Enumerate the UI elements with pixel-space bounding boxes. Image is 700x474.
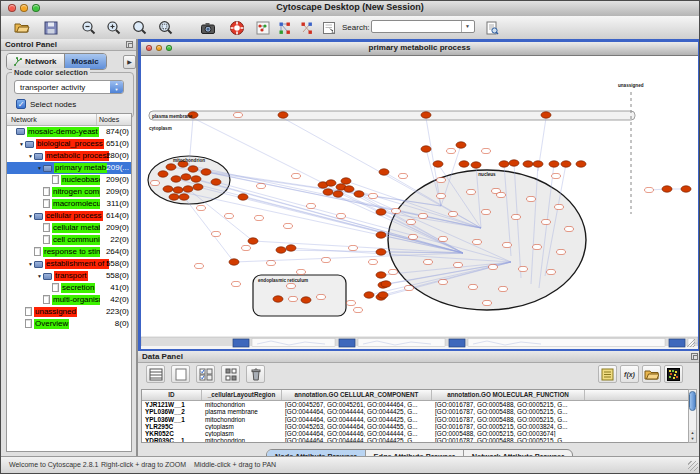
save-icon[interactable] <box>42 19 59 36</box>
attribute-list-icon[interactable] <box>598 365 617 383</box>
tab-overflow-button[interactable]: ▶ <box>123 55 136 69</box>
network-tree-row[interactable]: cell communicat22(0) <box>7 234 131 246</box>
network-node[interactable] <box>381 281 391 287</box>
strip-selected-block[interactable] <box>339 339 355 347</box>
float-panel-icon[interactable] <box>126 41 133 48</box>
network-node-small[interactable] <box>225 213 234 218</box>
network-node[interactable] <box>499 161 509 167</box>
network-node-small[interactable] <box>347 300 356 305</box>
network-tree-row[interactable]: ▼metabolic process280(0) <box>7 150 131 162</box>
table-row[interactable]: YKR052Ccytoplasm[GO:0044464, GO:0044446,… <box>142 430 691 437</box>
import-network-icon[interactable] <box>254 19 271 36</box>
network-node[interactable] <box>523 161 533 167</box>
network-node[interactable] <box>158 171 168 177</box>
network-tree-row[interactable]: response to stimulu264(0) <box>7 246 131 258</box>
network-node[interactable] <box>179 194 189 200</box>
network-node-small[interactable] <box>499 286 508 291</box>
network-node[interactable] <box>662 186 672 192</box>
select-nodes-checkbox[interactable]: ✓ <box>16 99 26 109</box>
delete-attribute-icon[interactable] <box>246 365 265 383</box>
window-titlebar[interactable]: Cytoscape Desktop (New Session) <box>1 1 699 17</box>
network-node-small[interactable] <box>542 219 551 224</box>
network-node-small[interactable] <box>555 204 564 209</box>
search-dropdown-icon[interactable]: ▼ <box>461 21 473 32</box>
network-node-small[interactable] <box>527 196 536 201</box>
network-tree-row[interactable]: cellular metabo209(0) <box>7 222 131 234</box>
strip-selected-block[interactable] <box>233 339 249 347</box>
strip-selected-block[interactable] <box>669 339 685 347</box>
network-view-frame[interactable]: primary metabolic process plasma membran… <box>138 39 700 351</box>
disclosure-triangle-icon[interactable]: ▼ <box>18 138 25 150</box>
disclosure-triangle-icon[interactable]: ▼ <box>27 258 34 270</box>
snapshot-icon[interactable] <box>199 19 216 36</box>
network-node-small[interactable] <box>242 245 251 250</box>
network-node-small[interactable] <box>447 148 456 153</box>
network-node[interactable] <box>323 189 333 195</box>
network-node-small[interactable] <box>322 257 331 262</box>
network-node[interactable] <box>163 186 173 192</box>
scrollbar-thumb[interactable] <box>689 391 696 411</box>
network-node[interactable] <box>326 180 336 186</box>
network-node-small[interactable] <box>407 219 416 224</box>
heatmap-icon[interactable] <box>664 365 683 383</box>
network-node[interactable] <box>188 166 198 172</box>
network-node[interactable] <box>278 112 288 118</box>
network-node-small[interactable] <box>467 189 476 194</box>
network-node-small[interactable] <box>389 269 398 274</box>
network-node[interactable] <box>276 247 286 253</box>
network-tree-row[interactable]: ▼transport558(0) <box>7 270 131 282</box>
network-node[interactable] <box>273 296 283 302</box>
network-node-small[interactable] <box>473 239 482 244</box>
network-node-small[interactable] <box>533 244 542 249</box>
network-node-small[interactable] <box>483 300 492 305</box>
network-node-small[interactable] <box>317 294 326 299</box>
network-node[interactable] <box>433 161 443 167</box>
strip-selected-block[interactable] <box>449 339 465 347</box>
network-node-small[interactable] <box>354 307 363 312</box>
network-tree-row[interactable]: ▼cellular process614(0) <box>7 210 131 222</box>
network-node-small[interactable] <box>369 193 378 198</box>
network-tree-row[interactable]: macromolecule311(0) <box>7 198 131 210</box>
network-tree-row[interactable]: Overview8(0) <box>7 318 131 330</box>
network-node[interactable] <box>376 209 386 215</box>
network-node-small[interactable] <box>212 231 221 236</box>
zoom-selected-icon[interactable] <box>157 19 174 36</box>
network-node[interactable] <box>471 162 481 168</box>
network-node[interactable] <box>421 146 431 152</box>
network-node[interactable] <box>333 191 343 197</box>
network-node-small[interactable] <box>255 215 264 220</box>
network-tree-row[interactable]: ▼primary metab209(... <box>7 162 131 174</box>
network-tree-row[interactable]: ▼biological_process651(0) <box>7 138 131 150</box>
network-node[interactable] <box>421 112 431 118</box>
network-node[interactable] <box>193 184 203 190</box>
network-node-small[interactable] <box>409 234 418 239</box>
network-node[interactable] <box>576 161 586 167</box>
network-node-small[interactable] <box>267 260 276 265</box>
network-node[interactable] <box>364 292 374 298</box>
network-tree-row[interactable]: unassigned223(0) <box>7 306 131 318</box>
layout-b-icon[interactable] <box>298 19 315 36</box>
network-node-small[interactable] <box>292 173 301 178</box>
network-node-small[interactable] <box>437 193 446 198</box>
network-node-small[interactable] <box>337 213 346 218</box>
network-node-small[interactable] <box>489 264 498 269</box>
network-node[interactable] <box>166 164 176 170</box>
tab-mosaic[interactable]: Mosaic <box>65 54 106 69</box>
zoom-in-icon[interactable] <box>105 19 122 36</box>
network-node-small[interactable] <box>497 192 506 197</box>
network-node-small[interactable] <box>552 173 561 178</box>
network-node-small[interactable] <box>349 245 358 250</box>
network-node-small[interactable] <box>289 296 298 301</box>
network-node-small[interactable] <box>151 180 160 185</box>
column-header[interactable]: annotation.GO CELLULAR_COMPONENT <box>282 390 432 400</box>
network-node[interactable] <box>378 292 388 298</box>
network-frame-titlebar[interactable]: primary metabolic process <box>141 42 698 56</box>
network-node[interactable] <box>533 161 543 167</box>
network-node-small[interactable] <box>449 211 458 216</box>
network-node-small[interactable] <box>439 236 448 241</box>
attribute-table-icon[interactable] <box>146 365 165 383</box>
zoom-fit-icon[interactable] <box>131 19 148 36</box>
network-node[interactable] <box>376 232 386 238</box>
open-file-icon[interactable] <box>13 19 30 36</box>
network-tree-row[interactable]: secretion41(0) <box>7 282 131 294</box>
